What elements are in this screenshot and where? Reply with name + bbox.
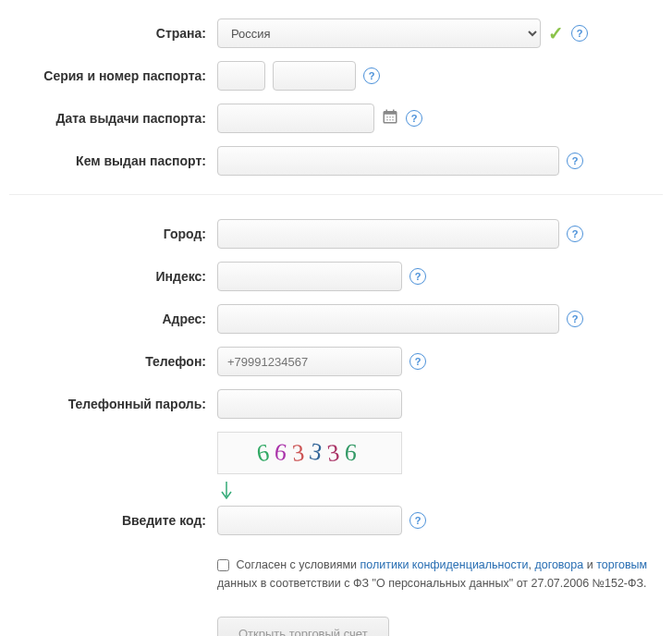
country-select[interactable]: Россия — [217, 18, 541, 48]
svg-point-9 — [392, 119, 394, 121]
arrow-down-icon — [217, 480, 663, 502]
help-icon[interactable]: ? — [409, 512, 426, 529]
passport-date-input[interactable] — [217, 104, 374, 133]
check-icon: ✓ — [548, 22, 564, 44]
passport-issued-input[interactable] — [217, 146, 559, 176]
help-icon[interactable]: ? — [567, 226, 583, 242]
svg-rect-1 — [384, 111, 397, 114]
phone-input[interactable] — [217, 347, 402, 376]
submit-button[interactable]: Открыть торговый счет — [217, 617, 389, 636]
phone-label: Телефон: — [9, 354, 217, 369]
zip-label: Индекс: — [9, 269, 217, 284]
svg-point-7 — [386, 119, 388, 121]
help-icon[interactable]: ? — [409, 353, 426, 370]
svg-point-4 — [386, 116, 388, 118]
country-label: Страна: — [9, 26, 217, 41]
passport-issued-label: Кем выдан паспорт: — [9, 153, 217, 168]
svg-point-6 — [392, 116, 394, 118]
passport-series-input[interactable] — [217, 61, 265, 91]
passport-date-label: Дата выдачи паспорта: — [9, 111, 217, 126]
passport-sn-label: Серия и номер паспорта: — [9, 68, 217, 83]
help-icon[interactable]: ? — [406, 110, 422, 127]
help-icon[interactable]: ? — [363, 67, 380, 84]
address-input[interactable] — [217, 304, 559, 334]
calendar-icon[interactable] — [382, 108, 398, 129]
svg-point-5 — [389, 116, 391, 118]
city-input[interactable] — [217, 219, 559, 249]
svg-point-8 — [389, 119, 391, 121]
help-icon[interactable]: ? — [567, 153, 583, 169]
help-icon[interactable]: ? — [409, 268, 426, 285]
city-label: Город: — [9, 226, 217, 241]
help-icon[interactable]: ? — [567, 311, 583, 327]
privacy-link[interactable]: политики конфиденциальности — [360, 558, 528, 571]
help-icon[interactable]: ? — [571, 25, 588, 42]
captcha-input[interactable] — [217, 506, 402, 535]
phone-pwd-label: Телефонный пароль: — [9, 397, 217, 411]
captcha-image: 663336 — [217, 432, 402, 474]
consent-checkbox[interactable] — [217, 559, 229, 571]
contract-link[interactable]: договора — [534, 558, 583, 571]
phone-pwd-input[interactable] — [217, 389, 402, 419]
address-label: Адрес: — [9, 312, 217, 326]
zip-input[interactable] — [217, 262, 402, 291]
divider — [9, 194, 663, 195]
trading-link[interactable]: торговым — [596, 558, 647, 571]
captcha-label: Введите код: — [9, 513, 217, 528]
consent-text: Согласен с условиями политики конфиденци… — [217, 556, 663, 593]
passport-number-input[interactable] — [273, 61, 356, 91]
